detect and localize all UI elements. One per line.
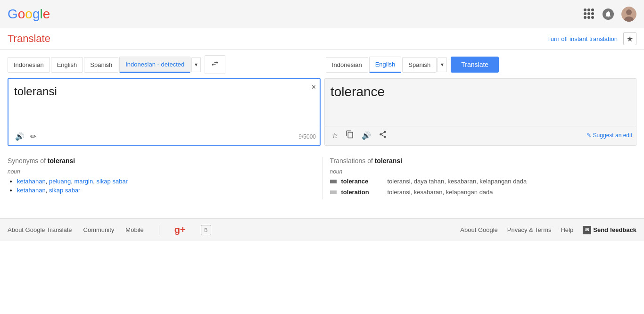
synonym-list: ketahanan, peluang, margin, sikap sabar … xyxy=(8,178,314,194)
target-speaker-button[interactable]: 🔊 xyxy=(359,129,374,141)
table-row: tolerance toleransi, daya tahan, kesabar… xyxy=(330,178,637,185)
target-lang-btn-indonesian[interactable]: Indonesian xyxy=(326,57,368,73)
footer-link-about[interactable]: About Google Translate xyxy=(8,226,72,233)
frequency-bar-high xyxy=(330,180,337,183)
source-speaker-button[interactable]: 🔊 xyxy=(12,131,27,142)
title-bar-right: Turn off instant translation ★ xyxy=(547,32,636,45)
syn-link[interactable]: peluang xyxy=(49,178,71,185)
logo-o1: o xyxy=(18,7,25,21)
page-title: Translate xyxy=(8,33,50,45)
logo-o2: o xyxy=(25,7,33,21)
footer-link-privacy[interactable]: Privacy & Terms xyxy=(507,226,552,233)
logo-e: e xyxy=(43,7,50,21)
footer-link-help[interactable]: Help xyxy=(561,226,573,233)
footer-left: About Google Translate Community Mobile … xyxy=(8,224,211,235)
target-share-button[interactable] xyxy=(376,129,390,141)
trans-synonyms: toleransi, daya tahan, kesabaran, kelapa… xyxy=(388,178,527,185)
frequency-bar-low xyxy=(330,190,337,194)
suggest-edit-button[interactable]: ✎ Suggest an edit xyxy=(586,132,632,139)
table-row: toleration toleransi, kesabaran, kelapan… xyxy=(330,189,637,196)
translations-word: toleransi xyxy=(375,157,402,165)
footer-link-community[interactable]: Community xyxy=(83,226,115,233)
swap-languages-button[interactable] xyxy=(205,55,225,74)
translations-panel: Translations of toleransi noun tolerance… xyxy=(322,157,637,199)
logo-g2: g xyxy=(33,7,40,21)
translations-title: Translations of toleransi xyxy=(330,157,637,165)
syn-link[interactable]: margin xyxy=(74,178,93,185)
source-input[interactable]: toleransi xyxy=(8,79,320,126)
source-lang-btn-detected[interactable]: Indonesian - detected xyxy=(119,57,190,73)
google-logo[interactable]: Google xyxy=(8,7,50,22)
trans-synonyms: toleransi, kesabaran, kelapangan dada xyxy=(388,189,493,196)
syn-link[interactable]: ketahanan xyxy=(17,178,46,185)
source-footer: 🔊 ✏ 9/5000 xyxy=(8,128,320,145)
trans-word[interactable]: tolerance xyxy=(341,178,384,185)
notification-icon[interactable] xyxy=(603,8,614,20)
source-edit-button[interactable]: ✏ xyxy=(27,131,39,142)
footer-link-mobile[interactable]: Mobile xyxy=(125,226,143,233)
source-lang-btn-spanish[interactable]: Spanish xyxy=(84,57,118,73)
target-panel: tolerance ☆ 🔊 ✎ Suggest an edit xyxy=(324,78,636,146)
trans-word[interactable]: toleration xyxy=(341,189,384,196)
target-lang-more-btn[interactable]: ▾ xyxy=(438,57,447,72)
star-icon: ★ xyxy=(627,34,633,43)
syn-link[interactable]: sikap sabar xyxy=(96,178,127,185)
apps-icon[interactable] xyxy=(584,8,595,20)
footer: About Google Translate Community Mobile … xyxy=(0,218,644,241)
char-count: 9/5000 xyxy=(298,133,316,140)
synonyms-pos: noun xyxy=(8,168,314,175)
main-content: Indonesian English Spanish Indonesian - … xyxy=(0,50,644,218)
target-copy-button[interactable] xyxy=(343,129,357,141)
syn-link[interactable]: sikap sabar xyxy=(49,187,80,194)
list-item: ketahanan, sikap sabar xyxy=(17,187,314,194)
user-avatar[interactable] xyxy=(621,7,636,22)
header-right xyxy=(584,7,636,22)
google-plus-icon[interactable]: g+ xyxy=(174,224,186,235)
blogger-icon[interactable]: B xyxy=(201,225,211,235)
footer-divider xyxy=(159,225,159,235)
translation-area: toleransi × 🔊 ✏ 9/5000 tolerance ☆ 🔊 xyxy=(8,78,636,146)
favorite-button[interactable]: ★ xyxy=(623,32,636,45)
target-lang-btn-spanish[interactable]: Spanish xyxy=(402,57,437,73)
list-item: ketahanan, peluang, margin, sikap sabar xyxy=(17,178,314,185)
target-star-button[interactable]: ☆ xyxy=(329,129,341,141)
synonyms-panel: Synonyms of toleransi noun ketahanan, pe… xyxy=(8,157,322,199)
translation-result: tolerance xyxy=(325,79,636,126)
syn-link[interactable]: ketahanan xyxy=(17,187,46,194)
language-panels: Indonesian English Spanish Indonesian - … xyxy=(8,55,636,74)
source-lang-more-btn[interactable]: ▾ xyxy=(191,57,201,72)
svg-point-1 xyxy=(626,9,632,15)
source-language-panel: Indonesian English Spanish Indonesian - … xyxy=(8,55,318,74)
clear-button[interactable]: × xyxy=(312,83,316,91)
bottom-section: Synonyms of toleransi noun ketahanan, pe… xyxy=(8,157,636,218)
source-lang-btn-indonesian[interactable]: Indonesian xyxy=(8,57,50,73)
send-feedback-button[interactable]: ✉ Send feedback xyxy=(583,226,636,234)
translate-button[interactable]: Translate xyxy=(451,57,499,73)
target-language-panel: Indonesian English Spanish ▾ Translate xyxy=(326,55,636,74)
source-panel: toleransi × 🔊 ✏ 9/5000 xyxy=(8,78,321,146)
title-bar: Translate Turn off instant translation ★ xyxy=(0,28,644,50)
feedback-label: Send feedback xyxy=(593,226,636,233)
turn-off-instant-translation-link[interactable]: Turn off instant translation xyxy=(547,35,618,42)
source-lang-btn-english[interactable]: English xyxy=(51,57,83,73)
translations-pos: noun xyxy=(330,168,637,175)
target-footer: ☆ 🔊 ✎ Suggest an edit xyxy=(325,126,636,144)
target-icons: ☆ 🔊 xyxy=(329,129,390,141)
footer-link-about-google[interactable]: About Google xyxy=(460,226,498,233)
logo-g: G xyxy=(8,7,18,21)
language-selector-bar: Indonesian English Spanish Indonesian - … xyxy=(8,50,636,78)
target-lang-btn-english[interactable]: English xyxy=(369,57,402,73)
synonyms-word: toleransi xyxy=(48,157,75,165)
footer-right: About Google Privacy & Terms Help ✉ Send… xyxy=(460,226,636,234)
feedback-icon: ✉ xyxy=(583,226,591,234)
header: Google xyxy=(0,0,644,28)
synonyms-title: Synonyms of toleransi xyxy=(8,157,314,165)
